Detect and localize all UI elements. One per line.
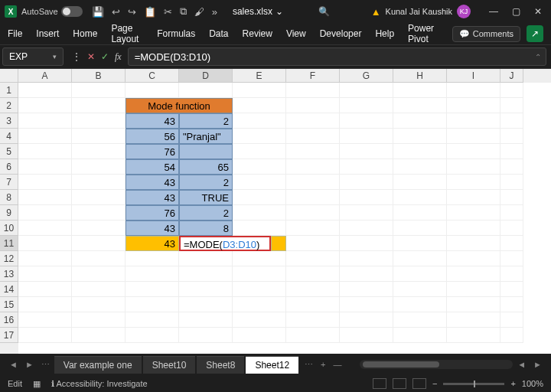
cell[interactable]: [500, 98, 523, 113]
menu-data[interactable]: Data: [209, 25, 228, 42]
cell[interactable]: [72, 113, 126, 129]
row-header-1[interactable]: 1: [0, 83, 18, 98]
cell[interactable]: 2: [179, 113, 233, 129]
cell[interactable]: [18, 175, 72, 190]
scrollbar-thumb[interactable]: [363, 361, 439, 368]
cell[interactable]: [18, 159, 72, 175]
cell[interactable]: [18, 312, 72, 328]
cell[interactable]: [72, 328, 126, 343]
mode-function-header[interactable]: Mode function: [126, 98, 233, 113]
cell[interactable]: [500, 266, 523, 282]
cell[interactable]: [18, 220, 72, 236]
cell[interactable]: [72, 190, 126, 205]
cell[interactable]: 43: [126, 175, 179, 190]
cell[interactable]: 56: [126, 129, 179, 144]
cell[interactable]: [447, 236, 500, 251]
horizontal-scrollbar[interactable]: [360, 360, 513, 369]
row-header-15[interactable]: 15: [0, 297, 18, 312]
more-icon[interactable]: ⋮: [72, 51, 81, 62]
cell[interactable]: [447, 129, 500, 144]
cell[interactable]: [500, 236, 523, 251]
fx-icon[interactable]: fx: [115, 51, 122, 63]
cell[interactable]: [18, 98, 72, 113]
cell[interactable]: [233, 251, 286, 266]
cell[interactable]: [500, 251, 523, 266]
accept-icon[interactable]: ✓: [101, 51, 109, 62]
cell[interactable]: [72, 159, 126, 175]
menu-page-layout[interactable]: Page Layout: [111, 20, 143, 47]
cell[interactable]: [340, 205, 393, 220]
menu-power-pivot[interactable]: Power Pivot: [408, 20, 439, 47]
cell[interactable]: [72, 236, 126, 251]
cell[interactable]: [72, 175, 126, 190]
row-header-10[interactable]: 10: [0, 220, 18, 236]
cell[interactable]: [126, 83, 179, 98]
cell[interactable]: [447, 113, 500, 129]
cell[interactable]: [500, 129, 523, 144]
cell[interactable]: [500, 144, 523, 159]
cell[interactable]: [393, 205, 447, 220]
cell[interactable]: [340, 251, 393, 266]
cell[interactable]: [393, 236, 447, 251]
cell[interactable]: 65: [179, 159, 233, 175]
sheet-menu-icon[interactable]: ⋯: [38, 360, 53, 370]
column-header-B[interactable]: B: [72, 69, 126, 83]
cell[interactable]: [340, 297, 393, 312]
cell[interactable]: [233, 220, 286, 236]
column-header-F[interactable]: F: [286, 69, 340, 83]
cell[interactable]: [179, 282, 233, 297]
sheet-tab[interactable]: Sheet8: [197, 356, 244, 374]
cell[interactable]: [18, 129, 72, 144]
stats-icon[interactable]: ▦: [33, 379, 41, 389]
cell[interactable]: [447, 190, 500, 205]
cell[interactable]: [72, 129, 126, 144]
autosave-toggle[interactable]: AutoSave: [21, 6, 83, 17]
toggle-icon[interactable]: [61, 6, 83, 17]
cell[interactable]: [179, 266, 233, 282]
cell[interactable]: [286, 297, 340, 312]
cell[interactable]: [126, 297, 179, 312]
cell[interactable]: [126, 266, 179, 282]
formula-input[interactable]: =MODE(D3:D10) ⌃: [128, 47, 546, 66]
row-header-13[interactable]: 13: [0, 266, 18, 282]
cancel-icon[interactable]: ✕: [87, 51, 95, 62]
row-header-16[interactable]: 16: [0, 312, 18, 328]
cell[interactable]: [233, 159, 286, 175]
cell[interactable]: [393, 220, 447, 236]
cells-area[interactable]: Mode function43256"Pranjal"76546543243TR…: [18, 83, 551, 354]
cell[interactable]: [447, 175, 500, 190]
column-header-E[interactable]: E: [233, 69, 286, 83]
cell[interactable]: [233, 312, 286, 328]
cell[interactable]: [286, 129, 340, 144]
menu-review[interactable]: Review: [243, 25, 272, 42]
cell[interactable]: [179, 328, 233, 343]
active-formula-cell[interactable]: =MODE(D3:D10): [179, 236, 271, 251]
cell[interactable]: [393, 297, 447, 312]
cell[interactable]: [126, 328, 179, 343]
cell[interactable]: [233, 205, 286, 220]
cell[interactable]: 43: [126, 113, 179, 129]
cell[interactable]: [340, 190, 393, 205]
column-header-G[interactable]: G: [340, 69, 393, 83]
cell[interactable]: [286, 113, 340, 129]
cell[interactable]: [72, 205, 126, 220]
row-header-3[interactable]: 3: [0, 113, 18, 129]
cell[interactable]: [18, 205, 72, 220]
zoom-out-icon[interactable]: −: [432, 379, 437, 388]
column-header-I[interactable]: I: [447, 69, 500, 83]
cell[interactable]: [340, 312, 393, 328]
cell[interactable]: [393, 266, 447, 282]
cell[interactable]: [393, 98, 447, 113]
cell[interactable]: [126, 251, 179, 266]
warning-icon[interactable]: ▲: [371, 6, 381, 18]
copy-icon[interactable]: ⧉: [180, 5, 187, 18]
save-icon[interactable]: 💾: [92, 6, 104, 18]
cell[interactable]: [447, 266, 500, 282]
cell[interactable]: [72, 144, 126, 159]
cell[interactable]: [340, 98, 393, 113]
cell[interactable]: [340, 129, 393, 144]
cell[interactable]: [340, 220, 393, 236]
cell[interactable]: [340, 236, 393, 251]
cell[interactable]: [179, 297, 233, 312]
maximize-icon[interactable]: ▢: [512, 6, 520, 17]
